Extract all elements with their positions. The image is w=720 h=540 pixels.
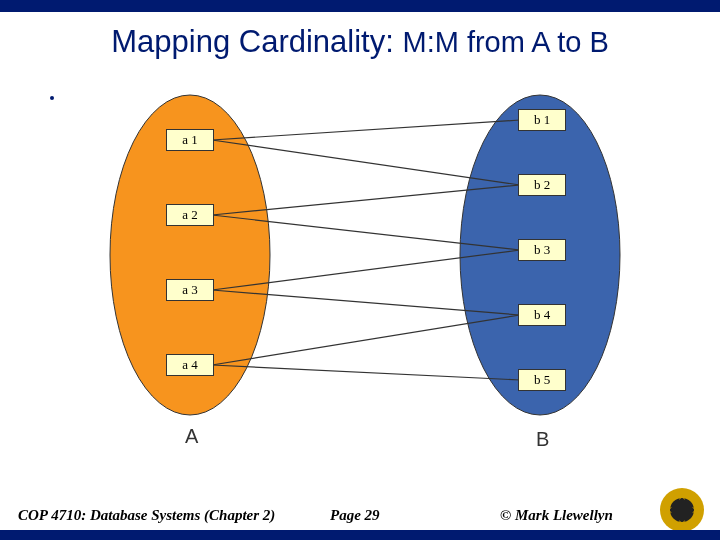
svg-point-1 <box>670 498 694 522</box>
set-b-label: B <box>536 428 549 451</box>
top-border-bar <box>0 0 720 12</box>
edge-a4-b5 <box>212 365 520 380</box>
node-b1: b 1 <box>518 109 566 131</box>
slide-footer: COP 4710: Database Systems (Chapter 2) P… <box>0 500 720 526</box>
footer-page: Page 29 <box>330 507 380 524</box>
node-b4: b 4 <box>518 304 566 326</box>
ucf-logo <box>658 486 706 534</box>
slide-title: Mapping Cardinality: M:M from A to B <box>0 24 720 60</box>
bottom-border-bar <box>0 530 720 540</box>
mapping-diagram <box>40 90 680 450</box>
set-a-label: A <box>185 425 198 448</box>
title-sub: M:M from A to B <box>402 26 608 58</box>
footer-author: © Mark Llewellyn <box>500 507 613 524</box>
node-b2: b 2 <box>518 174 566 196</box>
node-a4: a 4 <box>166 354 214 376</box>
diagram-stage: a 1 a 2 a 3 a 4 b 1 b 2 b 3 b 4 b 5 A B <box>40 90 680 450</box>
title-main: Mapping Cardinality: <box>111 24 394 59</box>
node-a2: a 2 <box>166 204 214 226</box>
node-a3: a 3 <box>166 279 214 301</box>
node-a1: a 1 <box>166 129 214 151</box>
node-b5: b 5 <box>518 369 566 391</box>
footer-course: COP 4710: Database Systems (Chapter 2) <box>18 507 275 524</box>
node-b3: b 3 <box>518 239 566 261</box>
edge-a1-b1 <box>212 120 520 140</box>
